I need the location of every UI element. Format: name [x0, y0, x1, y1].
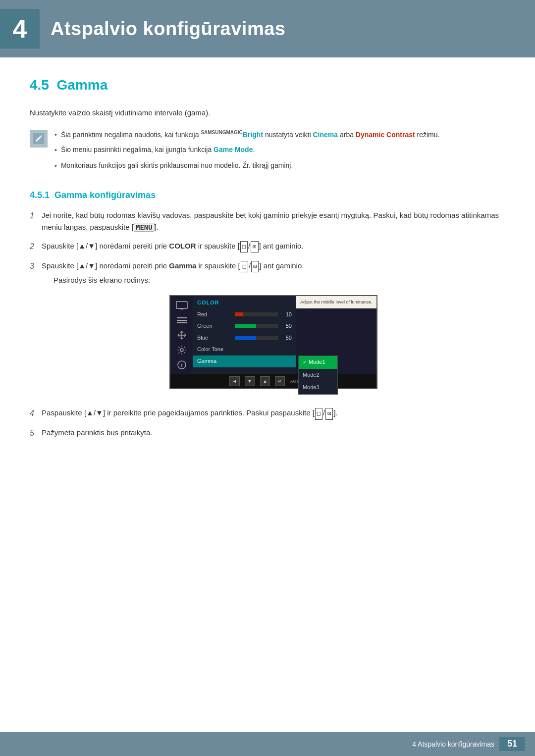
svg-rect-4 [177, 320, 187, 321]
chapter-title: Atspalvio konfigūravimas [51, 18, 285, 40]
screen-row-red: Red 10 [193, 309, 296, 321]
screen-label-gamma: Gamma [197, 357, 232, 366]
footer-page-number: 51 [499, 737, 525, 751]
step-1: 1 Jei norite, kad būtų rodomas klavišų v… [30, 209, 505, 233]
screen-subitem-mode2: Mode2 [299, 369, 337, 382]
note-item-2: • Šio meniu pasirinkti negalima, kai įju… [54, 144, 505, 155]
note-text-1: Šia parinktimi negalima naudotis, kai fu… [61, 129, 440, 140]
step-num-1: 1 [30, 209, 42, 222]
note-icon [30, 130, 48, 148]
nav-btn-left: ◄ [229, 376, 240, 386]
section-heading: 4.5 Gamma [30, 77, 505, 93]
note-content: • Šia parinktimi negalima naudotis, kai … [54, 129, 505, 175]
page-footer: 4 Atspalvio konfigūravimas 51 [0, 732, 535, 756]
svg-rect-3 [177, 317, 187, 318]
screen-sidebar: i [170, 296, 193, 374]
screen-bar-green-fill [235, 324, 256, 328]
gear-icon [177, 345, 187, 355]
btn-icon-3a: □ [241, 261, 248, 272]
screen-tip: Adjust the middle level of luminance. [296, 296, 376, 308]
info-icon: i [177, 360, 186, 369]
screen-bar-green-bg [235, 324, 278, 328]
screen-row-blue: Blue 50 [193, 332, 296, 344]
content-area: 4.5 Gamma Nustatykite vaizdo skaistį vid… [0, 77, 535, 479]
monitor-icon [176, 301, 188, 310]
screen-inner: i COLOR Red [170, 296, 376, 374]
screen-row-colortone: Color Tone [193, 344, 296, 355]
screen-color-header: COLOR [193, 296, 296, 309]
svg-rect-2 [180, 308, 183, 309]
mode1-label: Mode1 [309, 358, 325, 367]
step-5: 5 Pažymėta parinktis bus pritaikyta. [30, 427, 505, 440]
chapter-number: 4 [0, 9, 40, 49]
step-text-4: Paspauskite [▲/▼] ir pereikite prie page… [42, 407, 505, 419]
screen-submenu: ✓ Mode1 Mode2 Mode3 [298, 355, 338, 395]
sidebar-icon-gear [175, 345, 189, 355]
note-text-3: Monitoriaus funkcijos gali skirtis prikl… [61, 160, 293, 171]
note-item-3: • Monitoriaus funkcijos gali skirtis pri… [54, 160, 505, 171]
btn-icon-3b: ⊡ [251, 261, 259, 272]
mode3-label: Mode3 [303, 383, 320, 392]
step-text-1: Jei norite, kad būtų rodomas klavišų vad… [42, 209, 505, 233]
checkmark-icon: ✓ [303, 358, 307, 366]
btn-icon-4b: ⊡ [325, 408, 333, 419]
nav-btn-enter: ↵ [275, 376, 285, 386]
screen-label-green: Green [197, 322, 232, 331]
step-3-sub: Pasirodys šis ekrano rodinys: [54, 274, 505, 286]
step-num-2: 2 [30, 240, 42, 253]
menu-kbd: MENU [134, 223, 155, 232]
svg-rect-1 [176, 302, 187, 308]
step-4: 4 Paspauskite [▲/▼] ir pereikite prie pa… [30, 407, 505, 420]
screen-label-red: Red [197, 310, 232, 319]
screen-demo-wrap: i COLOR Red [42, 295, 505, 389]
sidebar-icon-3 [175, 330, 189, 341]
step-2: 2 Spauskite [▲/▼] norėdami pereiti prie … [30, 240, 505, 253]
screen-row-green: Green 50 [193, 320, 296, 332]
note-item-1: • Šia parinktimi negalima naudotis, kai … [54, 129, 505, 140]
screen-bar-blue-bg [235, 336, 278, 340]
screen-main-menu: COLOR Red 10 [193, 296, 296, 374]
screen-subitem-mode3: Mode3 [299, 381, 337, 394]
btn-icon-2a: □ [240, 241, 248, 252]
step-text-5: Pažymėta parinktis bus pritaikyta. [42, 427, 505, 439]
pencil-icon [33, 133, 44, 144]
screen-label-colortone: Color Tone [197, 345, 232, 354]
svg-rect-5 [177, 322, 187, 323]
sidebar-icon-info: i [175, 359, 189, 370]
screen-subitem-mode1: ✓ Mode1 [299, 356, 337, 369]
bullet-2: • [54, 145, 57, 155]
svg-text:i: i [181, 362, 182, 368]
svg-point-6 [180, 349, 183, 352]
page-header: 4 Atspalvio konfigūravimas [0, 0, 535, 57]
screen-label-blue: Blue [197, 334, 232, 343]
screen-val-blue: 50 [281, 334, 292, 343]
step-text-3: Spauskite [▲/▼] norėdami pereiti prie Ga… [42, 260, 505, 401]
bullet-3: • [54, 160, 57, 171]
step-num-4: 4 [30, 407, 42, 420]
footer-text: 4 Atspalvio konfigūravimas [412, 740, 494, 748]
color-label: COLOR [169, 242, 196, 250]
screen-bar-red-bg [235, 312, 278, 316]
nav-btn-up: ▲ [260, 376, 270, 386]
step-3: 3 Spauskite [▲/▼] norėdami pereiti prie … [30, 260, 505, 401]
note-box: • Šia parinktimi negalima naudotis, kai … [30, 129, 505, 175]
screen-row-gamma: Gamma ✓ Mode1 Mode2 [193, 355, 296, 367]
arrows-icon [177, 330, 187, 340]
bullet-1: • [54, 129, 57, 140]
btn-icon-2b: ⊡ [251, 241, 258, 252]
screen-bar-red-fill [235, 312, 243, 316]
subsection-heading: 4.5.1 Gamma konfigūravimas [30, 190, 505, 201]
step-text-2: Spauskite [▲/▼] norėdami pereiti prie CO… [42, 240, 505, 252]
intro-paragraph: Nustatykite vaizdo skaistį vidutiniame i… [30, 107, 505, 119]
screen-val-red: 10 [281, 310, 292, 319]
lines-icon [176, 316, 188, 324]
screen-bar-blue-fill [235, 336, 256, 340]
steps-list: 1 Jei norite, kad būtų rodomas klavišų v… [30, 209, 505, 439]
nav-btn-down: ▼ [245, 376, 255, 386]
gamma-label: Gamma [169, 261, 196, 270]
mode2-label: Mode2 [303, 371, 320, 380]
sidebar-icon-1 [175, 300, 189, 311]
screen-demo: i COLOR Red [169, 295, 377, 389]
step-num-5: 5 [30, 427, 42, 440]
btn-icon-4a: □ [315, 408, 322, 419]
